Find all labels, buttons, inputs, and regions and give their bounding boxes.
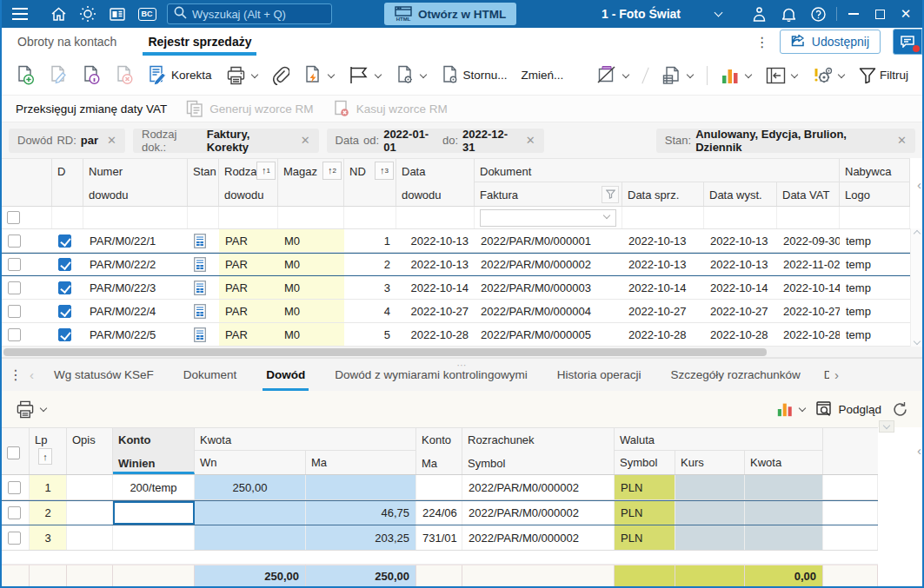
help-icon[interactable] — [803, 0, 833, 28]
horizontal-scrollbar[interactable] — [2, 347, 922, 358]
header-rozrachunek[interactable]: RozrachunekSymbol — [462, 428, 615, 474]
d-checkbox[interactable] — [58, 305, 71, 318]
company-selector[interactable]: 1 - Foto Świat — [602, 7, 721, 21]
table-row[interactable]: PAR/M0/22/4 PAR M0 4 2022-10-27 2022/PAR… — [2, 300, 910, 323]
header-waluta-kwota[interactable]: Kwota — [745, 451, 823, 474]
assistant-sun-icon[interactable] — [73, 0, 103, 28]
header-lp[interactable]: Lp↑ — [30, 428, 67, 474]
share-button[interactable]: Udostępnij — [780, 30, 881, 54]
row-checkbox[interactable] — [8, 235, 21, 248]
table-row[interactable]: PAR/M0/22/1 PAR M0 1 2022-10-13 2022/PAR… — [2, 229, 910, 253]
panel-scroll-down-button[interactable] — [879, 420, 894, 433]
refresh-button[interactable] — [887, 398, 914, 421]
d-checkbox[interactable] — [58, 281, 71, 294]
header-data-vat[interactable]: Data VAT — [777, 182, 840, 206]
d-checkbox[interactable] — [58, 258, 71, 271]
generuj-wzorce-rm-button[interactable]: Generuj wzorce RM — [186, 100, 313, 117]
header-konto-ma[interactable]: KontoMa — [416, 428, 462, 474]
note-disabled-button[interactable] — [591, 62, 635, 89]
sort-asc-icon[interactable]: ↑ — [38, 448, 52, 465]
minimize-button[interactable] — [841, 0, 867, 28]
bc-icon[interactable]: BC — [132, 0, 162, 28]
detail-print-button[interactable] — [10, 397, 52, 422]
table-row[interactable]: 1 200/temp 250,00 2022/PAR/M0/000002 PLN — [2, 475, 878, 500]
table-row-selected[interactable]: 2 46,75 224/06 2022/PAR/M0/000002 PLN — [2, 500, 878, 525]
preview-button[interactable]: Podgląd — [811, 398, 887, 420]
row-checkbox[interactable] — [8, 532, 21, 545]
tab-wg-statusow-ksef[interactable]: Wg statusów KSeF — [39, 359, 169, 392]
scroll-up-icon[interactable] — [913, 230, 920, 237]
news-icon[interactable] — [103, 0, 132, 28]
tab-partial[interactable]: D — [815, 359, 829, 392]
header-stan[interactable]: Stan — [188, 159, 219, 206]
filter-chip-rodzaj-dok[interactable]: Rodzaj dok.: Faktury, Korekty ✕ — [133, 129, 319, 153]
scrollbar-thumb[interactable] — [3, 348, 767, 356]
user-icon[interactable] — [744, 0, 774, 28]
kasuj-wzorce-rm-button[interactable]: Kasuj wzorce RM — [333, 100, 448, 117]
column-filter-button[interactable] — [602, 186, 619, 203]
chip-close-icon[interactable]: ✕ — [107, 134, 116, 147]
header-magazyn[interactable]: Magaz ↑2 — [278, 159, 344, 206]
print-button[interactable] — [221, 63, 263, 89]
sort-badge-3[interactable]: ↑3 — [375, 162, 394, 180]
filter-button[interactable]: Filtruj — [854, 63, 914, 88]
scroll-down-icon[interactable] — [913, 338, 920, 345]
row-checkbox[interactable] — [8, 481, 21, 494]
delete-document-button[interactable] — [110, 62, 139, 89]
table-row[interactable]: PAR/M0/22/3 PAR M0 3 2022-10-14 2022/PAR… — [2, 276, 910, 300]
analysis-chart-button[interactable] — [715, 63, 757, 89]
tab-szczegoly-rozrachunkow[interactable]: Szczegóły rozrachunków — [655, 359, 814, 392]
detail-chart-button[interactable] — [771, 397, 811, 421]
select-all-checkbox[interactable] — [7, 446, 20, 459]
generate-document-button[interactable] — [298, 62, 340, 89]
flag-button[interactable] — [343, 63, 387, 88]
tab-dokument[interactable]: Dokument — [169, 359, 252, 392]
tabs-scroll-right[interactable]: ‹ — [829, 367, 844, 382]
detail-tabs-menu[interactable]: ⋮ — [7, 367, 24, 383]
table-row-selected[interactable]: PAR/M0/22/2 PAR M0 2 2022-10-13 2022/PAR… — [2, 253, 910, 276]
collapse-panel-icon[interactable]: ‹ — [917, 443, 921, 458]
header-wn[interactable]: Wn — [195, 451, 306, 474]
row-checkbox[interactable] — [8, 506, 21, 519]
header-group-kwota[interactable]: Kwota — [195, 428, 416, 451]
row-checkbox[interactable] — [8, 305, 21, 318]
przeksieguj-zmiane-daty-vat-button[interactable]: Przeksięguj zmianę daty VAT — [16, 102, 167, 116]
row-checkbox[interactable] — [8, 258, 21, 271]
document-info-button[interactable] — [76, 62, 106, 89]
header-data-sprz[interactable]: Data sprz. — [622, 182, 704, 206]
header-opis[interactable]: Opis — [67, 428, 113, 474]
header-select[interactable] — [2, 428, 30, 474]
change-button[interactable]: Zmień... — [516, 65, 569, 85]
header-nd[interactable]: ND ↑3 — [344, 159, 396, 206]
row-checkbox[interactable] — [8, 281, 21, 294]
sort-badge-1[interactable]: ↑1 — [256, 162, 276, 180]
tab-dowod-z-wymiarami[interactable]: Dowód z wymiarami kontrolingowymi — [320, 359, 542, 392]
tab-dowod[interactable]: Dowód — [251, 359, 320, 392]
feedback-button[interactable] — [893, 29, 922, 55]
header-group-nabywca[interactable]: Nabywca — [840, 159, 910, 182]
settings-warning-button[interactable] — [807, 63, 850, 89]
chip-close-icon[interactable]: ✕ — [526, 134, 535, 147]
side-panel-button[interactable] — [761, 63, 803, 88]
storno-button[interactable]: Stornu... — [435, 62, 513, 89]
hamburger-menu-icon[interactable] — [5, 0, 35, 28]
korekta-button[interactable]: Korekta — [143, 62, 217, 89]
header-rodzaj-dowodu[interactable]: Rodzajdowodu ↑1 — [219, 159, 278, 206]
filter-chip-stan[interactable]: Stan: Anulowany, Edycja, Brulion, Dzienn… — [656, 129, 915, 153]
home-icon[interactable] — [43, 0, 73, 28]
vertical-scrollbar[interactable] — [910, 228, 922, 347]
chip-close-icon[interactable]: ✕ — [897, 134, 907, 147]
header-numer-dowodu[interactable]: Numerdowodu — [83, 159, 188, 206]
add-document-button[interactable] — [10, 62, 40, 89]
header-group-dokument[interactable]: Dokument — [475, 159, 840, 182]
header-faktura[interactable]: Faktura — [475, 182, 622, 206]
open-in-html-button[interactable]: HTML Otwórz w HTML — [384, 3, 516, 25]
select-all-checkbox[interactable] — [7, 211, 20, 224]
header-group-waluta[interactable]: Waluta — [615, 428, 823, 451]
tab-obroty-na-kontach[interactable]: Obroty na kontach — [2, 28, 132, 56]
tab-overflow-menu[interactable]: ⋮ — [754, 34, 771, 50]
table-row[interactable]: PAR/M0/22/5 PAR M0 5 2022-10-28 2022/PAR… — [2, 323, 910, 347]
edit-document-button[interactable] — [43, 62, 73, 89]
row-checkbox[interactable] — [8, 328, 21, 341]
header-ma[interactable]: Ma — [306, 451, 416, 474]
